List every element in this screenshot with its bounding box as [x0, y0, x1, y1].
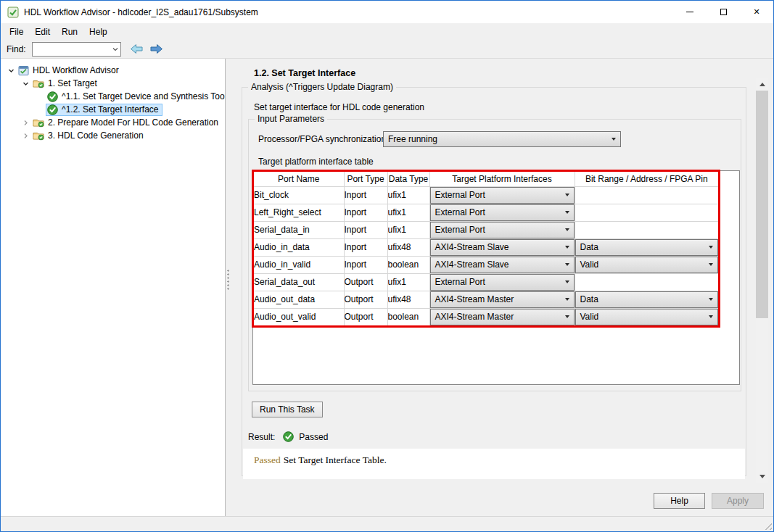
table-header-row: Port NamePort TypeData TypeTarget Platfo…	[254, 172, 718, 186]
apply-button[interactable]: Apply	[712, 493, 764, 509]
app-icon	[7, 7, 19, 18]
find-input[interactable]	[32, 42, 121, 57]
dropdown-arrow-icon	[565, 315, 569, 318]
dropdown-arrow-icon	[565, 246, 569, 249]
bitrange-dropdown-value: Data	[580, 294, 598, 304]
bitrange-dropdown[interactable]: Data	[575, 291, 719, 308]
result-row: Result: Passed	[248, 431, 746, 442]
title-bar: HDL Workflow Advisor - hdlcoder_I2S_adau…	[1, 1, 773, 23]
tree-item-1-set-target[interactable]: 1. Set Target	[1, 77, 225, 90]
interface-dropdown-value: External Port	[435, 277, 485, 287]
back-arrow-icon	[130, 43, 144, 54]
tree-item-label: 1. Set Target	[48, 78, 97, 90]
interface-dropdown[interactable]: AXI4-Stream Master	[430, 309, 575, 325]
bitrange-dropdown[interactable]: Valid	[575, 309, 719, 325]
table-row: Audio_out_data Outport ufix48 AXI4-Strea…	[254, 291, 718, 308]
port-type-cell: Inport	[344, 204, 387, 221]
data-type-cell: boolean	[387, 308, 429, 325]
table-row: Audio_in_valid Inport boolean AXI4-Strea…	[254, 256, 718, 273]
interface-table: Port NamePort TypeData TypeTarget Platfo…	[254, 172, 718, 325]
scroll-down-button[interactable]	[756, 470, 768, 483]
bitrange-dropdown[interactable]: Valid	[575, 257, 719, 273]
tree-item-label: 3. HDL Code Generation	[48, 130, 144, 142]
task-tree: HDL Workflow Advisor 1. Set Target ^1.1.…	[1, 59, 226, 516]
interface-dropdown[interactable]: External Port	[430, 222, 575, 238]
find-previous-button[interactable]	[129, 42, 145, 57]
interface-dropdown[interactable]: AXI4-Stream Slave	[430, 239, 575, 256]
dropdown-arrow-icon	[565, 194, 569, 196]
tree-item-1-1-set-target-device-and-synthesis-tool[interactable]: ^1.1. Set Target Device and Synthesis To…	[1, 90, 225, 103]
result-message-highlight: Passed	[254, 454, 281, 465]
minimize-button[interactable]	[673, 1, 707, 23]
help-button[interactable]: Help	[654, 493, 705, 509]
splitter-grip-icon	[227, 269, 229, 291]
input-parameters-label: Input Parameters	[255, 114, 327, 124]
menu-file[interactable]: File	[4, 25, 29, 39]
tree-expand-toggle[interactable]	[20, 133, 31, 139]
find-label: Find:	[7, 44, 26, 54]
tree-item-label: ^1.1. Set Target Device and Synthesis To…	[62, 91, 226, 103]
interface-dropdown[interactable]: AXI4-Stream Master	[430, 291, 575, 308]
port-name-cell: Serial_data_in	[254, 221, 344, 238]
tree-expand-toggle[interactable]	[20, 120, 31, 126]
interface-table-container: Port NamePort TypeData TypeTarget Platfo…	[252, 170, 740, 385]
tree-item-hdl-workflow-advisor[interactable]: HDL Workflow Advisor	[1, 64, 225, 77]
run-task-button[interactable]: Run This Task	[252, 402, 323, 417]
folder-icon	[33, 130, 44, 141]
tree-expand-toggle[interactable]	[5, 67, 17, 74]
port-name-cell: Left_Right_select	[254, 204, 344, 221]
result-label: Result:	[248, 432, 275, 442]
menu-help[interactable]: Help	[83, 25, 113, 39]
tree-item-3-hdl-code-generation[interactable]: 3. HDL Code Generation	[1, 129, 225, 142]
data-type-cell: ufix1	[387, 186, 429, 204]
advisor-icon	[18, 65, 29, 76]
interface-dropdown[interactable]: External Port	[430, 274, 575, 291]
data-type-cell: ufix48	[387, 238, 429, 256]
column-header: Bit Range / Address / FPGA Pin	[575, 172, 718, 186]
window-title: HDL Workflow Advisor - hdlcoder_I2S_adau…	[24, 7, 258, 17]
column-header: Port Type	[344, 172, 387, 186]
menu-run[interactable]: Run	[56, 25, 83, 39]
dropdown-arrow-icon	[565, 280, 569, 283]
port-type-cell: Inport	[344, 238, 387, 256]
close-icon: ✕	[753, 8, 759, 16]
port-type-cell: Inport	[344, 221, 387, 238]
interface-dropdown[interactable]: AXI4-Stream Slave	[430, 257, 575, 273]
scrollbar-track[interactable]	[756, 91, 768, 470]
tree-item-2-prepare-model-for-hdl-code-generation[interactable]: 2. Prepare Model For HDL Code Generation	[1, 116, 225, 129]
dropdown-arrow-icon	[565, 228, 569, 231]
menu-edit[interactable]: Edit	[29, 25, 56, 39]
bitrange-dropdown-value: Valid	[580, 312, 599, 322]
interface-dropdown[interactable]: External Port	[430, 204, 575, 221]
data-type-cell: boolean	[387, 256, 429, 273]
bitrange-dropdown[interactable]: Data	[575, 239, 719, 256]
interface-dropdown-value: AXI4-Stream Master	[435, 294, 514, 304]
status-bar	[1, 516, 773, 531]
resize-grip[interactable]	[762, 520, 772, 530]
task-detail-panel: 1.2. Set Target Interface Analysis (^Tri…	[231, 59, 773, 516]
interface-dropdown-value: External Port	[435, 207, 485, 217]
sync-dropdown[interactable]: Free running	[383, 131, 621, 147]
find-toolbar: Find:	[1, 40, 773, 59]
sync-dropdown-value: Free running	[388, 134, 437, 144]
maximize-button[interactable]	[707, 1, 740, 23]
find-next-button[interactable]	[149, 42, 165, 57]
tree-item-1-2-set-target-interface[interactable]: ^1.2. Set Target Interface	[1, 103, 225, 116]
vertical-scrollbar[interactable]	[756, 78, 768, 483]
dropdown-arrow-icon	[709, 315, 713, 318]
interface-dropdown-value: AXI4-Stream Master	[435, 312, 514, 322]
data-type-cell: ufix48	[387, 291, 429, 308]
tree-expand-toggle[interactable]	[20, 80, 31, 87]
port-name-cell: Bit_clock	[254, 186, 344, 204]
scrollbar-thumb[interactable]	[756, 91, 768, 318]
scroll-up-icon	[759, 83, 765, 86]
port-type-cell: Outport	[344, 308, 387, 325]
maximize-icon	[720, 9, 727, 15]
panel-splitter[interactable]	[226, 59, 231, 516]
close-button[interactable]: ✕	[740, 1, 773, 23]
interface-dropdown[interactable]: External Port	[430, 187, 575, 204]
data-type-cell: ufix1	[387, 273, 429, 291]
sync-label: Processor/FPGA synchronization:	[258, 134, 374, 144]
port-type-cell: Outport	[344, 291, 387, 308]
scroll-up-button[interactable]	[756, 78, 768, 91]
